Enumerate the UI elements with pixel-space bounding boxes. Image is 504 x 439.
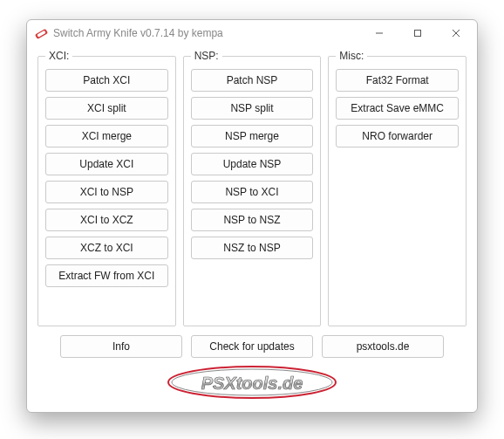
- nsp-to-xci-button[interactable]: NSP to XCI: [191, 181, 314, 203]
- maximize-button[interactable]: [398, 20, 437, 46]
- xcz-to-xci-button[interactable]: XCZ to XCI: [45, 237, 168, 259]
- group-nsp: NSP: Patch NSP NSP split NSP merge Updat…: [183, 50, 322, 326]
- psxtools-site-button[interactable]: psxtools.de: [322, 335, 444, 358]
- patch-xci-button[interactable]: Patch XCI: [45, 69, 168, 92]
- patch-nsp-button[interactable]: Patch NSP: [191, 69, 314, 92]
- group-xci-legend: XCI:: [45, 50, 72, 62]
- xci-to-nsp-button[interactable]: XCI to NSP: [45, 181, 168, 203]
- svg-rect-3: [415, 31, 421, 37]
- nsp-merge-button[interactable]: NSP merge: [191, 125, 314, 147]
- check-updates-button[interactable]: Check for updates: [191, 335, 313, 358]
- app-window: Switch Army Knife v0.7.14 by kempa XCI: …: [26, 19, 478, 413]
- nsp-split-button[interactable]: NSP split: [191, 97, 314, 120]
- update-xci-button[interactable]: Update XCI: [45, 153, 168, 175]
- fat32-format-button[interactable]: Fat32 Format: [336, 69, 459, 92]
- titlebar: Switch Army Knife v0.7.14 by kempa: [27, 20, 477, 46]
- psxtools-logo: PSXtools.de: [165, 363, 339, 401]
- extract-save-emmc-button[interactable]: Extract Save eMMC: [336, 97, 459, 120]
- nro-forwarder-button[interactable]: NRO forwarder: [336, 125, 459, 147]
- xci-split-button[interactable]: XCI split: [45, 97, 168, 120]
- minimize-button[interactable]: [360, 20, 398, 46]
- svg-text:PSXtools.de: PSXtools.de: [201, 374, 303, 393]
- misc-buttons: Fat32 Format Extract Save eMMC NRO forwa…: [336, 69, 459, 147]
- extract-fw-from-xci-button[interactable]: Extract FW from XCI: [45, 264, 168, 287]
- logo-row: PSXtools.de: [37, 363, 467, 401]
- nsz-to-nsp-button[interactable]: NSZ to NSP: [191, 237, 314, 259]
- xci-merge-button[interactable]: XCI merge: [45, 125, 168, 147]
- nsp-to-nsz-button[interactable]: NSP to NSZ: [191, 209, 314, 231]
- window-controls: [360, 20, 475, 46]
- group-misc-legend: Misc:: [336, 50, 367, 62]
- group-xci: XCI: Patch XCI XCI split XCI merge Updat…: [37, 50, 176, 326]
- bottom-buttons: Info Check for updates psxtools.de: [37, 335, 467, 358]
- app-icon: [34, 26, 48, 40]
- group-nsp-legend: NSP:: [191, 50, 222, 62]
- close-button[interactable]: [437, 20, 475, 46]
- window-title: Switch Army Knife v0.7.14 by kempa: [53, 27, 360, 39]
- xci-to-xcz-button[interactable]: XCI to XCZ: [45, 209, 168, 231]
- group-misc: Misc: Fat32 Format Extract Save eMMC NRO…: [328, 50, 467, 326]
- content-area: XCI: Patch XCI XCI split XCI merge Updat…: [27, 46, 477, 412]
- groups-row: XCI: Patch XCI XCI split XCI merge Updat…: [37, 50, 467, 326]
- xci-buttons: Patch XCI XCI split XCI merge Update XCI…: [45, 69, 168, 287]
- nsp-buttons: Patch NSP NSP split NSP merge Update NSP…: [191, 69, 314, 259]
- info-button[interactable]: Info: [60, 335, 182, 358]
- update-nsp-button[interactable]: Update NSP: [191, 153, 314, 175]
